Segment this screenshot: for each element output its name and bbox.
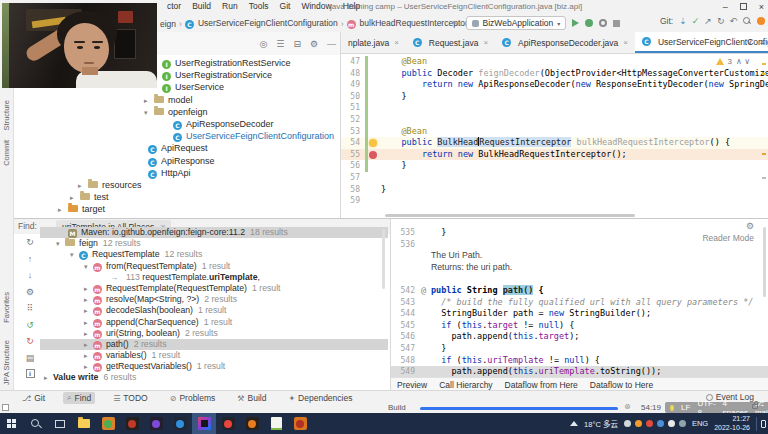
pin-green-icon[interactable]: ↺ (26, 320, 34, 330)
gutter-slot[interactable] (368, 126, 381, 138)
line-separator[interactable]: LF (681, 403, 690, 412)
locate-icon[interactable]: ◎ (259, 39, 267, 49)
caret-position[interactable]: 54:19 (641, 403, 661, 412)
menu-item-tools[interactable]: Tools (249, 1, 269, 11)
find-result-row[interactable]: ▾mfrom(RequestTemplate)1 result (40, 261, 388, 272)
gutter-slot[interactable] (368, 79, 381, 91)
find-result-row[interactable]: MMaven: io.github.openfeign:feign-core:1… (40, 227, 388, 238)
toolwindow-button-git[interactable]: ⎇Git (18, 392, 49, 404)
line-number[interactable]: 51 (341, 102, 365, 114)
menu-item-ctor[interactable]: ctor (167, 1, 181, 11)
chevron-icon[interactable]: ▸ (58, 204, 68, 216)
editor-hscrollbar[interactable] (385, 214, 635, 217)
history-icon[interactable]: ↻ (717, 16, 725, 26)
line-number[interactable]: 50 (341, 91, 365, 103)
search-everywhere-icon[interactable] (743, 17, 751, 25)
line-number[interactable]: 53 (341, 126, 365, 138)
tree-item[interactable]: ▸resources (14, 179, 340, 191)
toolwindow-button-find[interactable]: ⌕Find (63, 392, 95, 404)
chevron-icon[interactable]: ▸ (84, 350, 93, 361)
cancel-build-icon[interactable]: ⊗ (624, 402, 631, 411)
tray-icon[interactable] (668, 420, 675, 427)
line-number[interactable]: 536 (391, 239, 421, 251)
gutter-slot[interactable] (368, 68, 381, 80)
tray-icon[interactable] (679, 420, 686, 427)
line-number[interactable]: 549 (391, 366, 421, 378)
tree-item[interactable]: ▸model (14, 94, 340, 106)
tray-icon[interactable] (635, 420, 642, 427)
line-number[interactable] (391, 250, 421, 262)
tree-item[interactable]: ▸target (14, 203, 340, 215)
app-purple[interactable] (144, 413, 168, 434)
taskbar-search[interactable] (24, 413, 48, 434)
chevron-icon[interactable]: ▸ (44, 372, 53, 383)
chevron-icon[interactable]: ▸ (84, 283, 93, 294)
maximize-button[interactable] (740, 3, 747, 10)
find-result-row[interactable]: ▾feign12 results (40, 238, 388, 249)
gutter-slot[interactable] (368, 149, 381, 161)
commit-icon[interactable]: ✓ (692, 16, 700, 26)
find-results-tree[interactable]: MMaven: io.github.openfeign:feign-core:1… (40, 227, 388, 384)
chevron-down-icon[interactable]: ∨ (746, 37, 753, 47)
line-number[interactable] (391, 262, 421, 274)
task-view-button[interactable] (48, 413, 72, 434)
info-icon[interactable]: i (26, 369, 35, 378)
hide-panel-icon[interactable]: — (327, 39, 336, 49)
chevron-icon[interactable]: ▾ (84, 261, 93, 272)
breadcrumb-item[interactable]: eign (160, 19, 176, 29)
chevron-icon[interactable]: ▸ (84, 339, 93, 350)
settings-icon[interactable]: ⚙ (310, 39, 318, 49)
stripe-label-structure[interactable]: Structure (2, 100, 11, 130)
app-mail[interactable] (240, 413, 264, 434)
line-number[interactable]: 47 (341, 56, 365, 68)
find-result-row[interactable]: ▾CRequestTemplate12 results (40, 249, 388, 260)
tree-item[interactable]: ▾openfeign (14, 106, 340, 118)
stripe-label-favorites[interactable]: Favorites (2, 292, 11, 323)
tree-item[interactable]: CApiResponse (14, 155, 340, 167)
gutter-slot[interactable] (368, 102, 381, 114)
gutter-slot[interactable] (368, 137, 381, 149)
preview-scrollbar[interactable] (763, 227, 766, 297)
find-scrollbar[interactable] (382, 229, 385, 289)
notifications-icon[interactable] (757, 17, 765, 25)
start-button[interactable] (0, 413, 24, 434)
tab-list-icon[interactable]: ≡ (760, 37, 765, 47)
push-icon[interactable]: ↗ (704, 16, 712, 26)
line-number[interactable]: 544 (391, 308, 421, 320)
next-occurrence-icon[interactable]: ↓ (28, 270, 33, 280)
chevron-icon[interactable]: ▾ (56, 238, 65, 249)
gutter-slot[interactable] (368, 172, 381, 184)
line-number[interactable]: 59 (341, 195, 365, 207)
tray-icon[interactable] (657, 420, 664, 427)
tree-item[interactable]: CApiRequest (14, 142, 340, 154)
breakpoint-icon[interactable] (369, 151, 377, 159)
back-arrow-icon[interactable]: ↖ (452, 18, 460, 28)
gutter-slot[interactable] (368, 114, 381, 126)
gutter-slot[interactable] (368, 56, 381, 68)
tree-item[interactable]: CUserServiceFeignClientConfiguration (14, 130, 340, 142)
toolwindow-button-build[interactable]: ⚒Build (233, 392, 270, 404)
chevron-icon[interactable]: ▸ (84, 305, 93, 316)
gutter-slot[interactable] (368, 91, 381, 103)
stripe-label-jpa-structure[interactable]: JPA Structure (2, 340, 11, 385)
line-number[interactable]: 55 (341, 149, 365, 161)
line-number[interactable]: 546 (391, 331, 421, 343)
chrome[interactable] (216, 413, 240, 434)
menu-item-window[interactable]: Window (301, 1, 331, 11)
menu-item-git[interactable]: Git (280, 1, 291, 11)
gutter-slot[interactable] (368, 160, 381, 172)
action-center-button[interactable] (756, 417, 766, 431)
menu-item-build[interactable]: Build (192, 1, 211, 11)
line-number[interactable]: 52 (341, 114, 365, 126)
editor-tab[interactable]: nplate.java× (341, 32, 406, 53)
weather-widget[interactable]: 18°C 多云 (584, 418, 618, 429)
chevron-icon[interactable]: ▸ (144, 95, 154, 107)
language-indicator[interactable]: ENG (692, 419, 708, 428)
app-orange[interactable] (288, 413, 312, 434)
gutter-slot[interactable] (368, 184, 381, 196)
profiler-button[interactable] (599, 19, 607, 27)
chevron-icon[interactable]: ▾ (70, 249, 79, 260)
line-number[interactable]: 56 (341, 160, 365, 172)
chevron-icon[interactable]: ▸ (84, 361, 93, 372)
preview-code[interactable]: 535 }536The Uri Path.Returns: the uri pa… (391, 227, 768, 378)
